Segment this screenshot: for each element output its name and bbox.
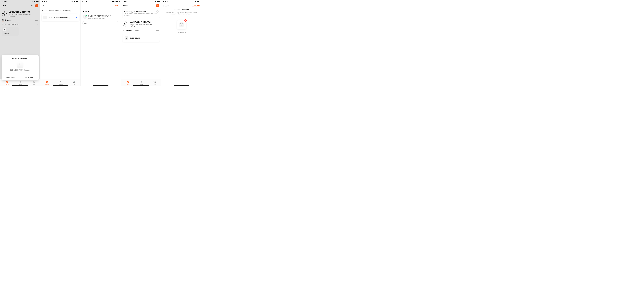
close-button[interactable]: ✕ [42, 4, 44, 7]
sheet-device-icon [17, 62, 23, 68]
tab-all-devices[interactable]: All Devices [123, 29, 132, 32]
done-button[interactable]: Done [114, 5, 119, 7]
welcome-subtitle[interactable]: Set your home location for more informa.… [130, 24, 159, 27]
svg-line-8 [21, 81, 22, 81]
activation-sub: 1 device(s) to be activated. Enable remo… [165, 11, 198, 15]
home-header: Vbb ⌄ + [0, 3, 40, 9]
cancel-button[interactable]: Cancel [163, 5, 169, 7]
added-device-name: Bluetooth Mesh Gateway [88, 15, 108, 17]
home-indicator[interactable] [12, 85, 28, 86]
device-card[interactable]: super device [122, 34, 160, 42]
device-name: BLE MESH (SIG) Gateway [49, 16, 73, 19]
home-indicator[interactable] [133, 85, 149, 86]
home-indicator[interactable] [93, 85, 108, 86]
tab-home[interactable]: Home [126, 81, 130, 85]
chevron-right-icon: › [159, 25, 159, 27]
svg-line-29 [142, 83, 142, 83]
svg-line-30 [142, 81, 142, 81]
banner-close-icon[interactable]: ✕ [156, 10, 158, 13]
home-name: Vbb [2, 5, 6, 7]
more-icon[interactable]: ••• [35, 19, 38, 22]
status-bar: 4:26 [121, 0, 161, 3]
welcome-block: Welcome Home Set your home location for … [121, 19, 161, 28]
location-icon [126, 1, 128, 2]
gear-icon[interactable] [36, 23, 38, 25]
tab-me[interactable]: Me [73, 81, 75, 85]
banner-sub: Enable remote control and device sharing… [124, 13, 158, 17]
location-icon [167, 1, 168, 2]
device-tile-name: 2-vdevo [3, 33, 17, 35]
device-thumb [44, 16, 47, 19]
status-time: 4:31 [82, 1, 86, 3]
home-selector[interactable]: world ⌄ [123, 5, 130, 7]
signal-icon [112, 1, 114, 2]
tab-smart[interactable]: Smart [59, 81, 62, 85]
svg-point-12 [60, 81, 61, 82]
status-bar: 4:26 [161, 0, 202, 3]
battery-icon [76, 1, 79, 2]
tab-smart[interactable]: Smart [19, 81, 22, 85]
status-time: 15:52 [2, 1, 6, 3]
sheet-device-name: BLE MESH (SIG) Gateway [3, 69, 37, 71]
svg-line-6 [20, 81, 20, 81]
svg-rect-0 [32, 5, 32, 6]
status-time: 4:26 [163, 1, 166, 3]
gateway-icon: ✓ [83, 15, 87, 19]
tab-me[interactable]: Me [154, 81, 156, 85]
welcome-title: Welcome Home [130, 20, 159, 24]
home-selector[interactable]: Vbb ⌄ [2, 5, 7, 7]
welcome-block: Welcome Home Set your home location for … [0, 9, 40, 18]
room-chip[interactable]: room [82, 21, 119, 25]
home-indicator[interactable] [53, 85, 68, 86]
svg-line-19 [62, 81, 62, 81]
home-icon [126, 81, 129, 83]
activation-device: − super device [161, 20, 202, 33]
home-indicator[interactable] [174, 85, 189, 86]
do-not-add-button[interactable]: Do not add [2, 74, 20, 80]
shared-label: Devices Shared With Me [2, 23, 19, 25]
mic-icon[interactable] [30, 4, 34, 8]
location-icon [86, 1, 87, 2]
svg-line-20 [60, 83, 60, 83]
home-icon [6, 81, 8, 83]
signal-icon [152, 1, 154, 2]
tab-all-devices[interactable]: All Devices [2, 19, 12, 22]
connection-icon [75, 16, 78, 19]
location-icon [46, 1, 47, 2]
wifi-icon [114, 1, 116, 2]
tab-home[interactable]: Home [46, 81, 49, 85]
tab-smart[interactable]: Smart [140, 81, 143, 85]
wifi-icon [74, 1, 76, 2]
status-time: 4:26 [122, 1, 126, 3]
added-device-sub: Device added successfully [88, 18, 118, 19]
tab-room[interactable]: room [135, 29, 139, 32]
signal-icon [72, 1, 74, 2]
device-name: super device [130, 37, 140, 39]
add-button[interactable]: + [156, 4, 159, 7]
weather-icon [2, 11, 7, 16]
device-tile[interactable]: 2-vdevo [2, 27, 18, 36]
location-icon [6, 1, 8, 2]
chevron-down-icon: ⌄ [129, 5, 130, 7]
go-to-add-button[interactable]: Go to add [20, 74, 39, 80]
check-icon: ✓ [85, 14, 87, 16]
activation-banner[interactable]: 1 device(s) to be activated. Enable remo… [122, 9, 160, 18]
welcome-subtitle[interactable]: Set your home location for more informa.… [9, 14, 38, 17]
signal-icon [192, 1, 194, 2]
smart-icon [19, 81, 22, 83]
device-row[interactable]: BLE MESH (SIG) Gateway [42, 14, 79, 21]
wifi-icon [154, 1, 156, 2]
battery-icon [36, 1, 39, 2]
status-bar: 4:29 [40, 0, 80, 3]
tab-me[interactable]: Me [32, 81, 35, 85]
edit-icon[interactable] [110, 15, 111, 17]
add-button[interactable]: + [35, 4, 38, 7]
status-time: 4:29 [42, 1, 45, 3]
tab-home[interactable]: Home [5, 81, 9, 85]
home-header: world ⌄ + [121, 3, 161, 9]
more-icon[interactable]: ••• [156, 29, 159, 32]
remove-icon[interactable]: − [184, 19, 187, 22]
activate-button[interactable]: Activate [192, 5, 200, 7]
add-devices-sheet: Devices to be added: 1 BLE MESH (SIG) Ga… [2, 55, 39, 80]
plug-icon [124, 36, 128, 40]
